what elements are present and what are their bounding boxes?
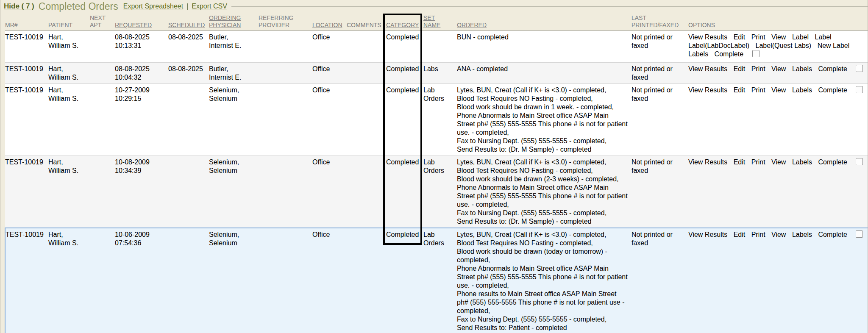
cell-category: Completed	[386, 63, 423, 84]
cell-comments	[347, 63, 386, 84]
column-header-scheduled[interactable]: SCHEDULED	[168, 13, 209, 31]
labels-link[interactable]: Labels	[792, 158, 812, 166]
print-link[interactable]: Print	[751, 158, 765, 166]
cell-set-name: Lab Orders	[423, 156, 457, 228]
export-spreadsheet-link[interactable]: Export Spreadsheet	[123, 3, 183, 10]
print-link[interactable]: Print	[751, 33, 765, 42]
cell-referring-provider	[259, 63, 312, 84]
cell-scheduled	[168, 228, 209, 333]
complete-checkbox[interactable]	[856, 158, 863, 165]
column-header-ordering-physician[interactable]: ORDERING PHYSICIAN	[209, 13, 259, 31]
label-link-2[interactable]: Label	[815, 33, 831, 42]
labels-link[interactable]: Labels	[688, 50, 708, 58]
cell-requested: 10-06-2009 07:54:36	[115, 228, 168, 333]
complete-link[interactable]: Complete	[818, 230, 847, 239]
view-link[interactable]: View	[771, 33, 786, 42]
complete-link[interactable]: Complete	[818, 86, 847, 94]
complete-checkbox[interactable]	[856, 230, 863, 238]
cell-requested: 08-08-2025 10:04:32	[115, 63, 168, 84]
view-results-link[interactable]: View Results	[688, 86, 727, 94]
cell-patient: Hart, William S.	[48, 84, 90, 156]
print-link[interactable]: Print	[751, 230, 765, 239]
cell-next-apt	[90, 156, 115, 228]
column-header-last-printed-faxed: LAST PRINTED/FAXED	[632, 13, 688, 31]
panel-header: Hide ( 7 ) Completed Orders Export Sprea…	[0, 0, 868, 13]
cell-mr: TEST-10019	[5, 228, 48, 333]
edit-link[interactable]: Edit	[734, 65, 746, 73]
edit-link[interactable]: Edit	[734, 86, 746, 94]
view-link[interactable]: View	[771, 86, 786, 94]
order-row-2[interactable]: TEST-10019 Hart, William S. 08-08-2025 1…	[5, 63, 868, 84]
order-row-3[interactable]: TEST-10019 Hart, William S. 10-27-2009 1…	[5, 84, 868, 156]
column-header-referring-provider: REFERRING PROVIDER	[259, 13, 312, 31]
column-header-requested[interactable]: REQUESTED	[115, 13, 168, 31]
complete-checkbox[interactable]	[752, 50, 760, 57]
cell-location: Office	[312, 84, 347, 156]
column-header-category[interactable]: CATEGORY	[386, 13, 423, 31]
complete-link[interactable]: Complete	[818, 65, 847, 73]
label-link[interactable]: Label	[792, 33, 809, 42]
view-link[interactable]: View	[771, 230, 786, 239]
hide-link[interactable]: Hide ( 7 )	[4, 2, 34, 11]
cell-next-apt	[90, 228, 115, 333]
edit-link[interactable]: Edit	[734, 33, 746, 42]
cell-ordered: Lytes, BUN, Creat (Call if K+ is <3.0) -…	[457, 84, 632, 156]
column-header-ordered[interactable]: ORDERED	[457, 13, 632, 31]
cell-comments	[347, 84, 386, 156]
cell-patient: Hart, William S.	[48, 63, 90, 84]
view-results-link[interactable]: View Results	[688, 158, 727, 166]
cell-category: Completed	[386, 228, 423, 333]
cell-requested: 10-27-2009 10:29:15	[115, 84, 168, 156]
complete-link[interactable]: Complete	[715, 50, 743, 58]
cell-comments	[347, 31, 386, 63]
export-links-separator: |	[186, 3, 188, 10]
panel-top-rule	[231, 6, 868, 7]
labels-link[interactable]: Labels	[792, 65, 812, 73]
view-results-link[interactable]: View Results	[688, 65, 727, 73]
column-header-next-apt: NEXT APT	[90, 13, 115, 31]
view-results-link[interactable]: View Results	[688, 33, 727, 42]
cell-options: View Results Edit Print View Label Label…	[688, 31, 868, 63]
cell-scheduled	[168, 156, 209, 228]
view-link[interactable]: View	[771, 158, 786, 166]
cell-category: Completed	[386, 84, 423, 156]
export-csv-link[interactable]: Export CSV	[192, 3, 227, 10]
cell-mr: TEST-10019	[5, 63, 48, 84]
labels-link[interactable]: Labels	[792, 86, 812, 94]
view-results-link[interactable]: View Results	[688, 230, 727, 239]
column-header-location[interactable]: LOCATION	[312, 13, 347, 31]
complete-link[interactable]: Complete	[818, 158, 847, 166]
cell-patient: Hart, William S.	[48, 156, 90, 228]
cell-set-name: Lab Orders	[423, 228, 457, 333]
order-row-1[interactable]: TEST-10019 Hart, William S. 08-08-2025 1…	[5, 31, 868, 63]
edit-link[interactable]: Edit	[734, 158, 746, 166]
cell-set-name: Lab Orders	[423, 84, 457, 156]
cell-ordered: ANA - completed	[457, 63, 632, 84]
table-header-row: MR# PATIENT NEXT APT REQUESTED SCHEDULED…	[5, 13, 868, 31]
order-row-5-selected[interactable]: TEST-10019 Hart, William S. 10-06-2009 0…	[5, 228, 868, 333]
cell-ordering-physician: Selenium, Selenium	[209, 228, 259, 333]
cell-mr: TEST-10019	[5, 31, 48, 63]
label-labdoclabel-link[interactable]: Label(LabDocLabel)	[688, 42, 749, 50]
completed-orders-panel: Hide ( 7 ) Completed Orders Export Sprea…	[0, 0, 868, 333]
cell-requested: 10-08-2009 10:34:39	[115, 156, 168, 228]
cell-ordering-physician: Selenium, Selenium	[209, 84, 259, 156]
page-title: Completed Orders	[39, 1, 118, 12]
order-row-4[interactable]: TEST-10019 Hart, William S. 10-08-2009 1…	[5, 156, 868, 228]
column-header-set-name[interactable]: SET NAME	[423, 13, 457, 31]
print-link[interactable]: Print	[751, 86, 765, 94]
new-label-link[interactable]: New Label	[818, 42, 850, 50]
label-quest-labs-link[interactable]: Label(Quest Labs)	[756, 42, 812, 50]
labels-link[interactable]: Labels	[792, 230, 812, 239]
cell-scheduled: 08-08-2025	[168, 31, 209, 63]
cell-mr: TEST-10019	[5, 156, 48, 228]
complete-checkbox[interactable]	[856, 86, 863, 93]
column-header-comments: COMMENTS	[347, 13, 386, 31]
cell-category: Completed	[386, 156, 423, 228]
column-header-patient: PATIENT	[48, 13, 90, 31]
print-link[interactable]: Print	[751, 65, 765, 73]
cell-ordering-physician: Butler, Internist E.	[209, 31, 259, 63]
complete-checkbox[interactable]	[856, 65, 863, 72]
edit-link[interactable]: Edit	[734, 230, 746, 239]
view-link[interactable]: View	[771, 65, 786, 73]
